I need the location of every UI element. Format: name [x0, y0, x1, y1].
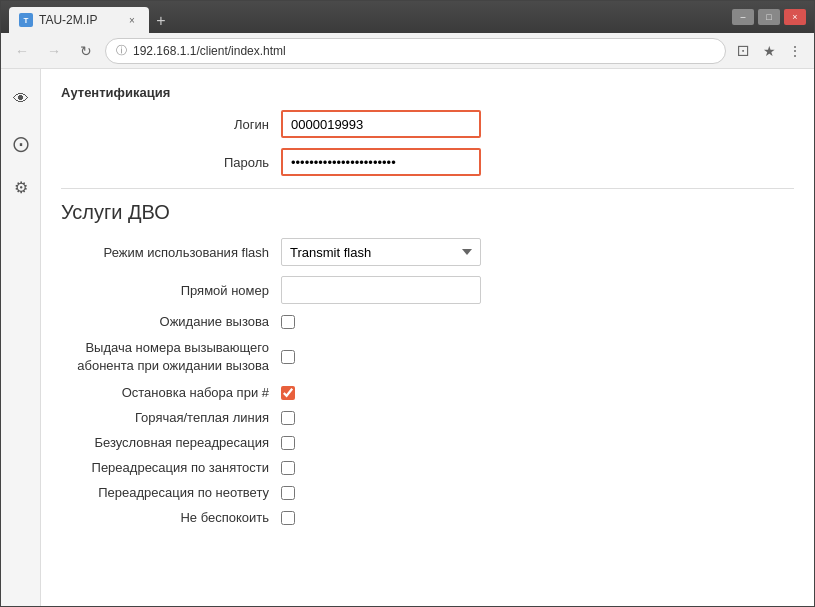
reload-button[interactable]: ↻ [73, 38, 99, 64]
sidebar-gear-icon[interactable]: ⚙ [7, 173, 35, 201]
noanswer-fwd-checkbox[interactable] [281, 486, 295, 500]
new-tab-button[interactable]: + [149, 9, 173, 33]
direct-number-label: Прямой номер [61, 283, 281, 298]
dnd-checkbox[interactable] [281, 511, 295, 525]
services-section-title: Услуги ДВО [61, 201, 794, 224]
tab-close-button[interactable]: × [125, 13, 139, 27]
tab-favicon: T [19, 13, 33, 27]
nav-right-controls: ⚀ ★ ⋮ [732, 40, 806, 62]
active-tab[interactable]: T TAU-2M.IP × [9, 7, 149, 33]
address-text: 192.168.1.1/client/index.html [133, 44, 286, 58]
stop-dial-label: Остановка набора при # [61, 385, 281, 400]
unconditional-fwd-checkbox[interactable] [281, 436, 295, 450]
page-content: Аутентификация Логин Пароль Услуги ДВО Р… [41, 69, 814, 606]
noanswer-fwd-label: Переадресация по неответу [61, 485, 281, 500]
close-button[interactable]: × [784, 9, 806, 25]
title-bar: T TAU-2M.IP × + – □ × [1, 1, 814, 33]
window-controls: – □ × [732, 9, 806, 25]
back-button[interactable]: ← [9, 38, 35, 64]
caller-id-checkbox[interactable] [281, 350, 295, 364]
dnd-group: Не беспокоить [61, 510, 794, 525]
content-area: 👁 ⨀ ⚙ Аутентификация Логин Пароль Услуги… [1, 69, 814, 606]
tab-label: TAU-2M.IP [39, 13, 97, 27]
flash-mode-select[interactable]: Transmit flash Generate flash Ignore fla… [281, 238, 481, 266]
menu-button[interactable]: ⋮ [784, 40, 806, 62]
forward-button[interactable]: → [41, 38, 67, 64]
stop-dial-group: Остановка набора при # [61, 385, 794, 400]
hotline-checkbox[interactable] [281, 411, 295, 425]
bookmark-button[interactable]: ★ [758, 40, 780, 62]
unconditional-fwd-group: Безусловная переадресация [61, 435, 794, 450]
minimize-button[interactable]: – [732, 9, 754, 25]
hotline-label: Горячая/теплая линия [61, 410, 281, 425]
direct-number-input[interactable] [281, 276, 481, 304]
password-input[interactable] [281, 148, 481, 176]
sidebar-eye-icon[interactable]: 👁 [7, 85, 35, 113]
hotline-group: Горячая/теплая линия [61, 410, 794, 425]
navigation-bar: ← → ↻ ⓘ 192.168.1.1/client/index.html ⚀ … [1, 33, 814, 69]
noanswer-fwd-group: Переадресация по неответу [61, 485, 794, 500]
busy-fwd-label: Переадресация по занятости [61, 460, 281, 475]
sidebar: 👁 ⨀ ⚙ [1, 69, 41, 606]
password-label: Пароль [61, 155, 281, 170]
auth-section-title: Аутентификация [61, 85, 794, 100]
call-waiting-label: Ожидание вызова [61, 314, 281, 329]
address-bar[interactable]: ⓘ 192.168.1.1/client/index.html [105, 38, 726, 64]
call-waiting-checkbox[interactable] [281, 315, 295, 329]
tab-area: T TAU-2M.IP × + [9, 1, 173, 33]
flash-mode-label: Режим использования flash [61, 245, 281, 260]
call-waiting-group: Ожидание вызова [61, 314, 794, 329]
caller-id-group: Выдача номера вызывающего абонента при о… [61, 339, 794, 375]
busy-fwd-group: Переадресация по занятости [61, 460, 794, 475]
password-field-group: Пароль [61, 148, 794, 176]
maximize-button[interactable]: □ [758, 9, 780, 25]
login-label: Логин [61, 117, 281, 132]
login-field-group: Логин [61, 110, 794, 138]
unconditional-fwd-label: Безусловная переадресация [61, 435, 281, 450]
dnd-label: Не беспокоить [61, 510, 281, 525]
flash-mode-group: Режим использования flash Transmit flash… [61, 238, 794, 266]
section-divider [61, 188, 794, 189]
busy-fwd-checkbox[interactable] [281, 461, 295, 475]
security-icon: ⓘ [116, 43, 127, 58]
stop-dial-checkbox[interactable] [281, 386, 295, 400]
browser-window: T TAU-2M.IP × + – □ × ← → ↻ ⓘ 192.168.1.… [0, 0, 815, 607]
direct-number-group: Прямой номер [61, 276, 794, 304]
sidebar-grid-icon[interactable]: ⨀ [7, 129, 35, 157]
key-icon-button[interactable]: ⚀ [732, 40, 754, 62]
login-input[interactable] [281, 110, 481, 138]
caller-id-label: Выдача номера вызывающего абонента при о… [61, 339, 281, 375]
